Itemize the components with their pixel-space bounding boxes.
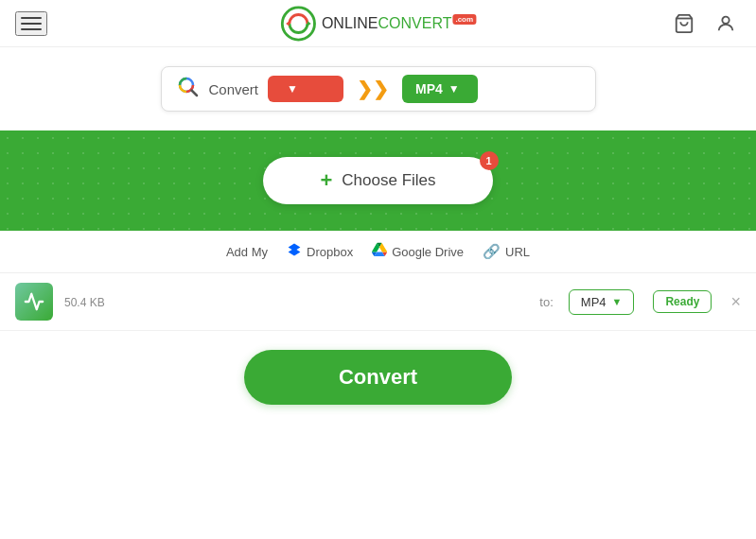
gdrive-svg [372,242,387,257]
choose-files-button[interactable]: + Choose Files 1 [263,157,492,204]
add-sources-bar: Add My Dropbox Google Drive 🔗 URL [0,231,756,273]
search-area: Convert ▼ ❯❯ MP4 ▼ [0,47,756,130]
logo-text: ONLINECONVERT.com [322,15,476,32]
url-button[interactable]: 🔗 URL [483,243,530,260]
convert-label: Convert [209,81,259,97]
dropbox-label: Dropbox [307,245,353,259]
menu-line [21,23,42,25]
file-count-badge: 1 [480,151,499,170]
search-bar: Convert ▼ ❯❯ MP4 ▼ [161,66,596,112]
logo-convert: CONVERT [378,15,451,31]
url-icon: 🔗 [483,243,501,260]
menu-button[interactable] [15,11,47,36]
convert-to-button[interactable]: MP4 ▼ [402,75,478,103]
gdrive-label: Google Drive [392,245,464,259]
file-to-label: to: [539,295,553,309]
file-ready-badge: Ready [653,290,712,313]
dropbox-button[interactable]: Dropbox [287,242,353,261]
header-icons [669,9,741,39]
cart-icon [674,13,694,34]
to-chevron-icon: ▼ [448,82,460,96]
logo-icon [280,6,316,42]
gdrive-icon [372,242,387,261]
drop-zone[interactable]: + Choose Files 1 [0,130,756,231]
header: ONLINECONVERT.com [0,0,756,47]
gdrive-button[interactable]: Google Drive [372,242,464,261]
choose-files-label: Choose Files [342,171,435,190]
file-remove-button[interactable]: × [730,292,741,312]
convert-button-area: Convert [0,331,756,424]
svg-marker-1 [286,21,290,26]
file-size: 50.4 KB [64,296,105,309]
url-label: URL [505,245,530,259]
logo-online: ONLINE [322,15,378,31]
dropbox-svg [287,242,302,257]
convert-main-button[interactable]: Convert [244,350,512,405]
convert-from-button[interactable]: ▼ [268,76,343,102]
to-format-label: MP4 [415,81,443,96]
cart-button[interactable] [669,9,699,39]
svg-marker-11 [289,248,301,255]
add-my-label: Add My [226,245,268,259]
dropbox-icon [287,242,302,261]
user-button[interactable] [711,9,741,39]
arrow-right-icon: ❯❯ [357,78,389,100]
svg-marker-2 [307,21,310,26]
convert-button-label: Convert [339,365,417,389]
svg-line-9 [191,90,197,96]
logo: ONLINECONVERT.com [280,6,476,42]
logo-com-badge: .com [452,14,476,25]
plus-icon: + [320,168,332,193]
search-icon [177,76,200,103]
search-svg [177,76,200,98]
remove-icon: × [730,292,741,311]
file-type-icon [24,291,44,312]
file-thumbnail [15,283,53,321]
menu-line [21,28,42,30]
from-chevron-icon: ▼ [287,82,298,96]
file-format-chevron-icon: ▼ [612,296,623,307]
file-row: 50.4 KB to: MP4 ▼ Ready × [0,273,756,331]
file-format-button[interactable]: MP4 ▼ [569,289,635,315]
file-info: 50.4 KB [64,293,528,310]
user-icon [715,13,736,34]
svg-point-4 [722,16,729,23]
menu-line [21,17,42,19]
file-format-value: MP4 [581,295,607,309]
